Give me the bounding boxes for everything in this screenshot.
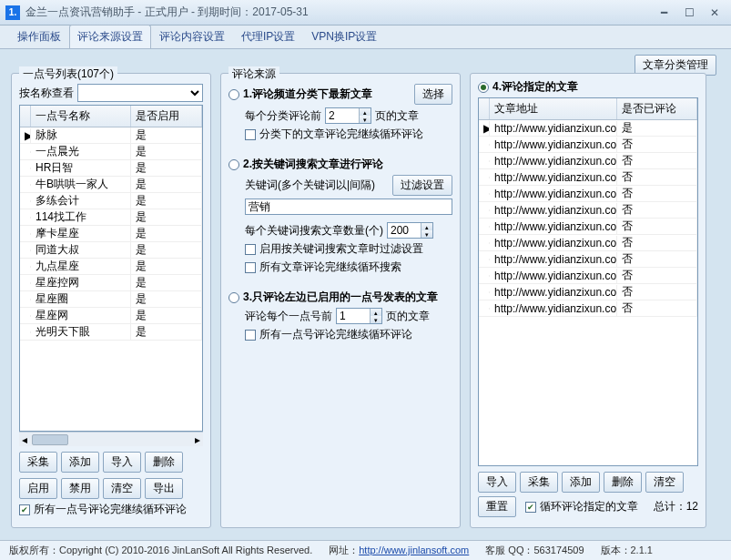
copyright-label: 版权所有： — [9, 545, 59, 555]
account-list-panel: 一点号列表(107个) 按名称查看 一点号名称 是否启用 ▶脉脉是一点晨光是HR… — [11, 73, 211, 528]
table-row[interactable]: http://www.yidianzixun.com/否 — [479, 219, 697, 235]
name-lookup-label: 按名称查看 — [19, 86, 74, 101]
table-row[interactable]: 牛B哄哄一家人是 — [20, 177, 202, 193]
table-row[interactable]: http://www.yidianzixun.com/否 — [479, 235, 697, 251]
reset-button[interactable]: 重置 — [478, 496, 516, 517]
table-row[interactable]: 一点晨光是 — [20, 144, 202, 160]
left-btn2-3[interactable]: 导出 — [145, 478, 183, 499]
table-row[interactable]: 九点星座是 — [20, 259, 202, 275]
maximize-button[interactable]: ☐ — [678, 5, 700, 21]
tab-vpn-ip[interactable]: VPN换IP设置 — [303, 25, 385, 48]
right-btn-3[interactable]: 删除 — [604, 472, 642, 493]
per-category-suffix: 页的文章 — [375, 108, 419, 124]
loop-specified-checkbox[interactable] — [525, 502, 536, 513]
keyword-input[interactable] — [245, 199, 452, 215]
comment-source-title: 评论来源 — [228, 66, 279, 82]
name-lookup-select[interactable] — [77, 84, 203, 102]
main-tabs: 操作面板 评论来源设置 评论内容设置 代理IP设置 VPN换IP设置 — [0, 25, 731, 49]
enable-keyword-filter-checkbox[interactable] — [245, 244, 256, 255]
table-row[interactable]: 星座控网是 — [20, 275, 202, 291]
table-row[interactable]: ▶脉脉是 — [20, 127, 202, 144]
table-row[interactable]: http://www.yidianzixun.com/否 — [479, 251, 697, 268]
left-btn-2[interactable]: 导入 — [103, 452, 141, 473]
radio-keyword[interactable] — [228, 159, 239, 170]
radio-specified-articles-label: 4.评论指定的文章 — [492, 79, 578, 95]
left-btn2-2[interactable]: 清空 — [103, 478, 141, 499]
right-btn-0[interactable]: 导入 — [478, 472, 516, 493]
table-row[interactable]: http://www.yidianzixun.com/否 — [479, 169, 697, 186]
table-row[interactable]: http://www.yidianzixun.com/否 — [479, 268, 697, 284]
col-commented: 是否已评论 — [617, 98, 697, 119]
tab-proxy-ip[interactable]: 代理IP设置 — [233, 25, 303, 48]
left-btn-0[interactable]: 采集 — [19, 452, 57, 473]
right-btn-2[interactable]: 添加 — [562, 472, 600, 493]
comment-source-panel: 评论来源 1.评论频道分类下最新文章 选择 每个分类评论前 ▴▾ 页的文章 分类… — [220, 73, 461, 528]
tab-comment-content[interactable]: 评论内容设置 — [151, 25, 233, 48]
enable-keyword-filter-label: 启用按关键词搜索文章时过滤设置 — [259, 241, 423, 257]
table-row[interactable]: http://www.yidianzixun.com/否 — [479, 153, 697, 169]
close-button[interactable]: ✕ — [704, 5, 726, 21]
per-account-spinner[interactable]: ▴▾ — [336, 308, 382, 324]
table-row[interactable]: http://www.yidianzixun.com/否 — [479, 284, 697, 300]
radio-enabled-accounts[interactable] — [228, 292, 239, 303]
qq-label: 客服 QQ：563174509 — [485, 544, 584, 557]
tab-operation-panel[interactable]: 操作面板 — [9, 25, 69, 48]
window-title: 金兰一点资讯营销助手 - 正式用户 - 到期时间：2017-05-31 — [25, 5, 653, 20]
right-btn-4[interactable]: 清空 — [645, 472, 684, 493]
site-link[interactable]: http://www.jinlansoft.com — [359, 545, 469, 555]
site-label: 网址： — [329, 545, 359, 555]
select-category-button[interactable]: 选择 — [414, 84, 452, 105]
account-list-title: 一点号列表(107个) — [19, 66, 117, 82]
left-btn2-0[interactable]: 启用 — [19, 478, 57, 499]
keyword-label: 关键词(多个关键词以|间隔) — [245, 178, 375, 193]
left-btn-3[interactable]: 删除 — [145, 452, 183, 473]
radio-channel-category-label: 1.评论频道分类下最新文章 — [243, 87, 372, 102]
table-row[interactable]: http://www.yidianzixun.com/否 — [479, 202, 697, 219]
loop-accounts-label: 所有一点号评论完继续循环评论 — [259, 327, 412, 342]
left-btn-1[interactable]: 添加 — [61, 452, 99, 473]
app-icon: 1. — [5, 5, 20, 20]
radio-enabled-accounts-label: 3.只评论左边已启用的一点号发表的文章 — [243, 290, 438, 305]
table-row[interactable]: http://www.yidianzixun.com/否 — [479, 186, 697, 202]
per-account-prefix: 评论每个一点号前 — [245, 309, 332, 324]
radio-channel-category[interactable] — [228, 89, 239, 100]
per-account-suffix: 页的文章 — [386, 309, 430, 324]
table-row[interactable]: HR日智是 — [20, 160, 202, 177]
minimize-button[interactable]: ━ — [653, 5, 675, 21]
loop-accounts-checkbox[interactable] — [245, 330, 256, 341]
account-table[interactable]: 一点号名称 是否启用 ▶脉脉是一点晨光是HR日智是牛B哄哄一家人是多练会计是11… — [19, 105, 203, 432]
table-row[interactable]: 同道大叔是 — [20, 242, 202, 259]
per-category-input[interactable] — [326, 109, 359, 122]
loop-category-checkbox[interactable] — [245, 129, 256, 140]
article-table[interactable]: 文章地址 是否已评论 ▶http://www.yidianzixun.com/是… — [478, 97, 698, 466]
per-category-prefix: 每个分类评论前 — [245, 108, 321, 124]
per-category-spinner[interactable]: ▴▾ — [325, 107, 371, 124]
loop-all-accounts-label: 所有一点号评论完继续循环评论 — [34, 502, 187, 517]
filter-settings-button[interactable]: 过滤设置 — [392, 175, 452, 196]
table-row[interactable]: 星座圈是 — [20, 291, 202, 308]
version-label: 版本：2.1.1 — [601, 544, 653, 557]
left-btn2-1[interactable]: 禁用 — [61, 478, 99, 499]
table-row[interactable]: ▶http://www.yidianzixun.com/是 — [479, 120, 697, 137]
total-count-label: 总计：12 — [654, 499, 698, 514]
table-row[interactable]: 光明天下眼是 — [20, 324, 202, 341]
table-row[interactable]: 多练会计是 — [20, 193, 202, 209]
loop-all-accounts-checkbox[interactable] — [19, 504, 30, 515]
tab-comment-source[interactable]: 评论来源设置 — [69, 25, 151, 48]
radio-keyword-label: 2.按关键词搜索文章进行评论 — [243, 157, 383, 172]
right-btn-1[interactable]: 采集 — [520, 472, 558, 493]
table-row[interactable]: 星座网是 — [20, 308, 202, 324]
copyright-text: Copyright (C) 2010-2016 JinLanSoft All R… — [59, 545, 312, 555]
keyword-count-input[interactable] — [388, 224, 421, 237]
table-row[interactable]: 114找工作是 — [20, 209, 202, 226]
loop-keyword-checkbox[interactable] — [245, 262, 256, 273]
table-row[interactable]: http://www.yidianzixun.com/否 — [479, 137, 697, 153]
table-row[interactable]: 摩卡星座是 — [20, 226, 202, 242]
loop-specified-label: 循环评论指定的文章 — [540, 499, 638, 514]
radio-specified-articles[interactable] — [478, 82, 489, 93]
table-row[interactable]: http://www.yidianzixun.com/否 — [479, 300, 697, 317]
h-scrollbar[interactable]: ◂ ▸ — [19, 432, 203, 446]
keyword-count-spinner[interactable]: ▴▾ — [387, 222, 433, 239]
per-account-input[interactable] — [337, 310, 370, 322]
loop-category-label: 分类下的文章评论完继续循环评论 — [259, 127, 423, 142]
